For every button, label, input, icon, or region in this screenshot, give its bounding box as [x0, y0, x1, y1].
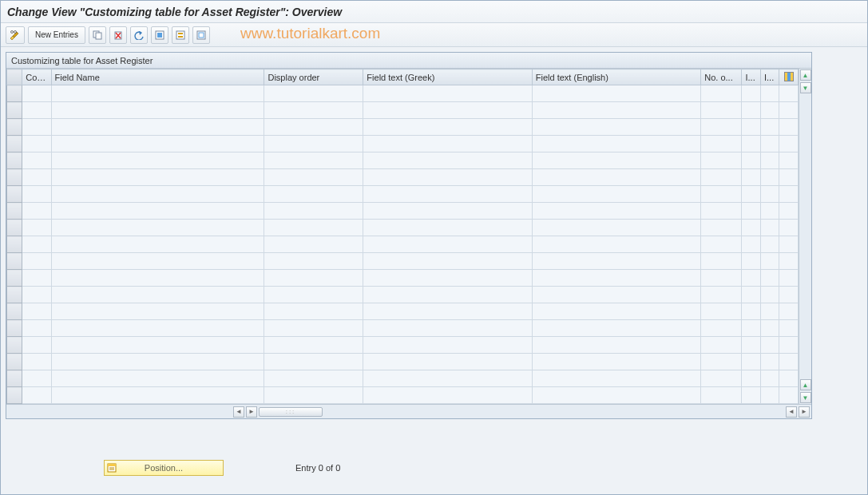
- row-selector[interactable]: [7, 136, 22, 152]
- table-row[interactable]: [7, 85, 799, 102]
- cell[interactable]: [760, 85, 779, 102]
- cell[interactable]: [532, 152, 700, 169]
- row-selector[interactable]: [7, 387, 22, 404]
- cell[interactable]: [760, 287, 779, 303]
- row-selector[interactable]: [7, 119, 22, 136]
- cell[interactable]: [264, 270, 363, 287]
- cell[interactable]: [51, 85, 264, 102]
- cell[interactable]: [742, 320, 760, 337]
- scroll-up-button[interactable]: ▲: [800, 69, 811, 81]
- cell[interactable]: [363, 102, 532, 119]
- table-row[interactable]: [7, 387, 799, 404]
- cell[interactable]: [532, 236, 700, 253]
- row-selector[interactable]: [7, 320, 22, 337]
- cell[interactable]: [701, 220, 742, 236]
- cell[interactable]: [742, 85, 760, 102]
- cell[interactable]: [701, 169, 742, 186]
- cell[interactable]: [742, 354, 760, 370]
- cell[interactable]: [760, 387, 779, 404]
- cell[interactable]: [363, 236, 532, 253]
- cell[interactable]: [701, 354, 742, 370]
- cell[interactable]: [779, 169, 799, 186]
- cell[interactable]: [51, 152, 264, 169]
- cell[interactable]: [742, 102, 760, 119]
- col-field-name[interactable]: Field Name: [51, 69, 264, 85]
- cell[interactable]: [701, 102, 742, 119]
- row-selector[interactable]: [7, 253, 22, 270]
- cell[interactable]: [264, 320, 363, 337]
- cell[interactable]: [363, 337, 532, 354]
- cell[interactable]: [51, 354, 264, 370]
- cell[interactable]: [22, 102, 51, 119]
- row-selector[interactable]: [7, 102, 22, 119]
- cell[interactable]: [264, 220, 363, 236]
- table-row[interactable]: [7, 303, 799, 320]
- cell[interactable]: [51, 136, 264, 152]
- table-row[interactable]: [7, 119, 799, 136]
- cell[interactable]: [363, 270, 532, 287]
- cell[interactable]: [532, 387, 700, 404]
- cell[interactable]: [742, 370, 760, 387]
- row-selector[interactable]: [7, 236, 22, 253]
- cell[interactable]: [264, 169, 363, 186]
- table-row[interactable]: [7, 203, 799, 220]
- cell[interactable]: [779, 253, 799, 270]
- cell[interactable]: [264, 85, 363, 102]
- delete-button[interactable]: [109, 26, 127, 44]
- col-display-order[interactable]: Display order: [264, 69, 363, 85]
- cell[interactable]: [22, 253, 51, 270]
- cell[interactable]: [701, 186, 742, 203]
- cell[interactable]: [701, 303, 742, 320]
- toggle-display-change-button[interactable]: [6, 26, 25, 44]
- cell[interactable]: [264, 186, 363, 203]
- cell[interactable]: [51, 236, 264, 253]
- row-selector[interactable]: [7, 169, 22, 186]
- cell[interactable]: [363, 320, 532, 337]
- cell[interactable]: [532, 136, 700, 152]
- select-block-button[interactable]: [172, 26, 189, 44]
- cell[interactable]: [779, 320, 799, 337]
- cell[interactable]: [532, 320, 700, 337]
- cell[interactable]: [779, 303, 799, 320]
- cell[interactable]: [701, 236, 742, 253]
- cell[interactable]: [701, 320, 742, 337]
- cell[interactable]: [701, 370, 742, 387]
- cell[interactable]: [22, 287, 51, 303]
- cell[interactable]: [742, 136, 760, 152]
- cell[interactable]: [760, 220, 779, 236]
- cell[interactable]: [532, 337, 700, 354]
- cell[interactable]: [742, 287, 760, 303]
- cell[interactable]: [532, 203, 700, 220]
- cell[interactable]: [701, 136, 742, 152]
- cell[interactable]: [742, 387, 760, 404]
- cell[interactable]: [779, 152, 799, 169]
- cell[interactable]: [532, 186, 700, 203]
- col-field-text-english[interactable]: Field text (English): [532, 69, 700, 85]
- cell[interactable]: [264, 203, 363, 220]
- scroll-right-button[interactable]: ►: [246, 406, 257, 418]
- cell[interactable]: [742, 236, 760, 253]
- cell[interactable]: [779, 85, 799, 102]
- table-row[interactable]: [7, 102, 799, 119]
- cell[interactable]: [264, 354, 363, 370]
- cell[interactable]: [742, 337, 760, 354]
- table-row[interactable]: [7, 354, 799, 370]
- cell[interactable]: [760, 270, 779, 287]
- cell[interactable]: [264, 152, 363, 169]
- col-i1[interactable]: I...: [742, 69, 760, 85]
- copy-as-button[interactable]: [89, 26, 106, 44]
- cell[interactable]: [51, 387, 264, 404]
- deselect-all-button[interactable]: [192, 26, 210, 44]
- cell[interactable]: [264, 337, 363, 354]
- cell[interactable]: [363, 370, 532, 387]
- cell[interactable]: [779, 337, 799, 354]
- cell[interactable]: [22, 119, 51, 136]
- cell[interactable]: [701, 270, 742, 287]
- cell[interactable]: [779, 136, 799, 152]
- cell[interactable]: [760, 253, 779, 270]
- cell[interactable]: [779, 186, 799, 203]
- vertical-scrollbar[interactable]: ▲ ▼ ▲ ▼: [799, 69, 811, 404]
- cell[interactable]: [532, 169, 700, 186]
- row-selector[interactable]: [7, 270, 22, 287]
- table-row[interactable]: [7, 320, 799, 337]
